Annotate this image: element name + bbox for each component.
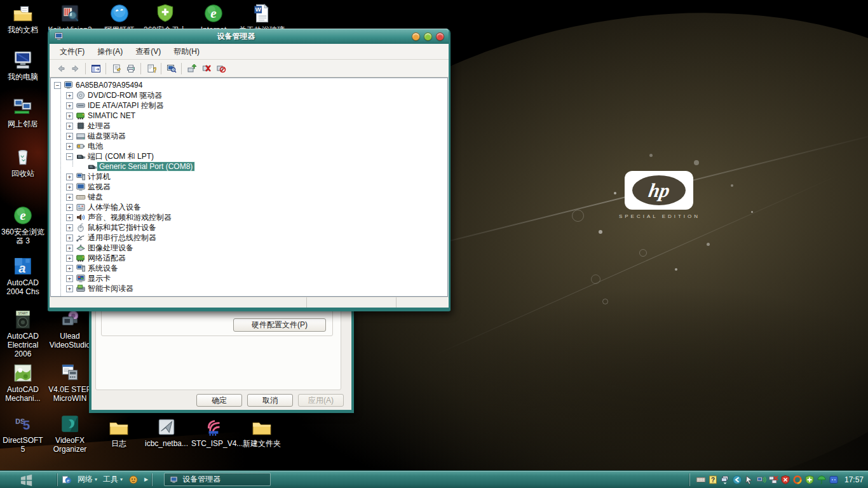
expand-icon[interactable]: + [66, 285, 73, 292]
tree-item-label[interactable]: 图像处理设备 [86, 243, 135, 254]
expand-icon[interactable]: + [66, 184, 73, 191]
network-menu[interactable]: 网络▾ [78, 474, 97, 485]
desktop-icon-autocad-2004[interactable]: aAutoCAD 2004 Chs [0, 255, 46, 296]
tree-item-label[interactable]: 通用串行总线控制器 [86, 233, 158, 243]
chevron-right-icon[interactable]: ▶ [144, 477, 148, 482]
menu-h[interactable]: 帮助(H) [167, 44, 206, 59]
desktop-icon-new-folder[interactable]: 新建文件夹 [239, 416, 285, 448]
tray-network-error-icon[interactable] [768, 475, 778, 485]
help-button[interactable]: ? [144, 62, 158, 76]
expand-icon[interactable]: + [66, 214, 73, 221]
close-button[interactable] [436, 32, 444, 41]
tray-back-circle-icon[interactable] [732, 475, 742, 485]
expand-icon[interactable]: + [66, 143, 73, 150]
desktop-icon-my-computer[interactable]: 我的电脑 [0, 50, 46, 81]
tree-item[interactable]: +网络适配器 [51, 253, 447, 263]
collapse-icon[interactable]: − [66, 153, 73, 160]
menu-f[interactable]: 文件(F) [53, 44, 91, 59]
expand-icon[interactable]: + [66, 112, 73, 119]
console-tree-button[interactable] [88, 62, 103, 76]
title-bar[interactable]: 设备管理器 [50, 29, 449, 44]
desktop-icon-videofx-organizer[interactable]: VideoFX Organizer [47, 413, 93, 454]
tree-item-label[interactable]: 处理器 [86, 121, 112, 132]
expand-icon[interactable]: + [66, 234, 73, 241]
tree-item-label[interactable]: 人体学输入设备 [86, 202, 143, 213]
desktop-icon-autocad-electrical[interactable]: STARTAutoCAD Electrical 2006 [0, 309, 46, 358]
desktop-icon-icbc-netbank[interactable]: icbc_netba... [144, 416, 189, 448]
update-driver-button[interactable] [184, 62, 199, 76]
tree-item[interactable]: +磁盘驱动器 [51, 131, 447, 141]
expand-icon[interactable]: + [66, 265, 73, 272]
tree-item[interactable]: +SIMATIC NET [51, 111, 447, 121]
tree-item-label[interactable]: 系统设备 [86, 263, 120, 274]
tools-menu[interactable]: 工具▾ [103, 474, 123, 485]
tray-shield-360-icon[interactable] [804, 475, 815, 485]
expand-icon[interactable]: + [66, 204, 73, 211]
tree-item[interactable]: +DVD/CD-ROM 驱动器 [51, 90, 447, 100]
tree-item-label[interactable]: 监视器 [86, 182, 112, 193]
tree-item[interactable]: −端口 (COM 和 LPT) [51, 151, 447, 161]
tree-item[interactable]: +显示卡 [51, 273, 447, 283]
tray-keyboard-indicator-icon[interactable] [696, 475, 706, 485]
expand-icon[interactable]: + [66, 275, 73, 282]
tree-item-label[interactable]: 鼠标和其它指针设备 [86, 222, 158, 233]
tree-item-label[interactable]: 网络适配器 [86, 253, 128, 264]
tree-item[interactable]: +声音、视频和游戏控制器 [51, 212, 447, 222]
tree-item-label[interactable]: 计算机 [86, 172, 112, 182]
tree-item[interactable]: +图像处理设备 [51, 243, 447, 253]
tree-item[interactable]: −6A85BA079A95494 [51, 80, 447, 90]
desktop-icon-directsoft-5[interactable]: DS5DirectSOFT 5 [0, 413, 46, 454]
tray-window-restore-icon[interactable] [720, 475, 730, 485]
tree-item-label[interactable]: 磁盘驱动器 [86, 131, 128, 142]
task-button-device-manager[interactable]: 设备管理器 [164, 473, 271, 486]
tree-item[interactable]: +IDE ATA/ATAPI 控制器 [51, 100, 447, 111]
scan-hardware-button[interactable] [164, 62, 179, 76]
expand-icon[interactable]: + [66, 194, 73, 201]
tree-item[interactable]: +人体学输入设备 [51, 202, 447, 212]
forward-button[interactable] [68, 62, 83, 76]
tree-item-label[interactable]: 6A85BA079A95494 [74, 81, 144, 90]
desktop-icon-360-browser[interactable]: e360安全浏览器 3 [0, 205, 46, 245]
tree-item[interactable]: +键盘 [51, 192, 447, 202]
collapse-icon[interactable]: − [54, 82, 61, 89]
apply-button[interactable]: 应用(A) [298, 394, 344, 407]
menu-a[interactable]: 操作(A) [91, 44, 129, 59]
ok-button[interactable]: 确定 [196, 394, 242, 407]
expand-icon[interactable]: + [66, 173, 73, 180]
expand-icon[interactable]: + [66, 245, 73, 252]
tree-item-label[interactable]: IDE ATA/ATAPI 控制器 [86, 100, 166, 111]
tree-item-label[interactable]: 显示卡 [86, 273, 112, 284]
cancel-button[interactable]: 取消 [247, 394, 293, 407]
expand-icon[interactable]: + [66, 133, 73, 140]
print-button[interactable] [123, 62, 138, 76]
expand-icon[interactable]: + [66, 224, 73, 231]
desktop-icon-recycle-bin[interactable]: 回收站 [0, 146, 46, 178]
hardware-profiles-button[interactable]: 硬件配置文件(P) [233, 318, 326, 332]
tree-item[interactable]: +监视器 [51, 182, 447, 192]
desktop-icon-ulead-videostudio[interactable]: Ulead VideoStudio [47, 309, 93, 349]
tree-item[interactable]: +系统设备 [51, 263, 447, 273]
tree-item-label[interactable]: DVD/CD-ROM 驱动器 [86, 90, 164, 101]
tree-item-label[interactable]: SIMATIC NET [86, 111, 137, 120]
desktop-icon-network-places[interactable]: 网上邻居 [0, 97, 46, 128]
tree-item-label[interactable]: 键盘 [86, 192, 105, 203]
minimize-button[interactable] [412, 32, 420, 41]
disable-device-button[interactable] [199, 62, 214, 76]
desktop-icon-my-documents[interactable]: 我的文档 [0, 3, 46, 34]
tree-item-label[interactable]: 声音、视频和游戏控制器 [86, 212, 173, 223]
tray-pc-suite-icon[interactable] [829, 475, 839, 485]
expand-icon[interactable]: + [66, 92, 73, 99]
properties-button[interactable] [109, 62, 123, 76]
expand-icon[interactable]: + [66, 123, 73, 130]
tree-item[interactable]: +计算机 [51, 172, 447, 182]
maximize-button[interactable] [424, 32, 432, 41]
tray-ring-360-icon[interactable] [792, 475, 803, 485]
menu-v[interactable]: 查看(V) [129, 44, 167, 59]
tree-item[interactable]: +通用串行总线控制器 [51, 233, 447, 243]
tray-pointer-device-icon[interactable] [744, 475, 754, 485]
tree-item-label[interactable]: 电池 [86, 141, 105, 152]
desktop-icon-stc-isp[interactable]: STC_ISP_V4... [191, 416, 237, 448]
desktop-icon-rizhi-folder[interactable]: 日志 [96, 416, 142, 448]
tray-green-umbrella-icon[interactable] [817, 475, 827, 485]
desktop-icon-autocad-mechanical[interactable]: AutoCAD Mechani... [0, 362, 46, 403]
